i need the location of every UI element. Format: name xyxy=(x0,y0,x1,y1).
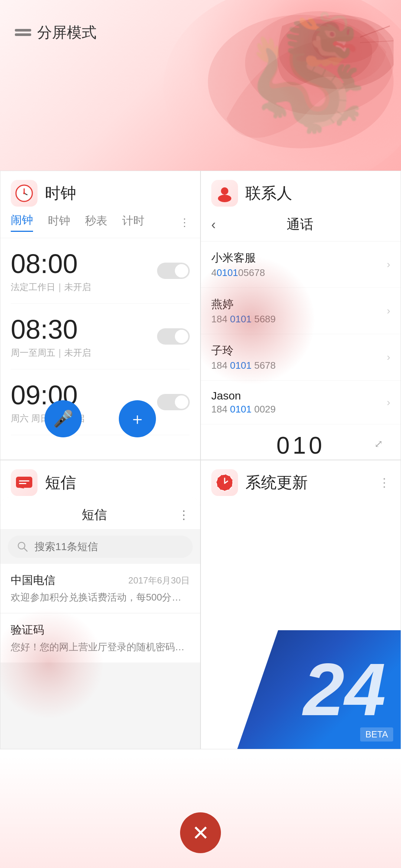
contact-phone-0: 4010105678 xyxy=(211,267,265,279)
svg-rect-14 xyxy=(19,480,29,481)
chevron-icon-3: › xyxy=(387,397,390,408)
alarm-item-1: 08:30 周一至周五｜未开启 xyxy=(11,304,190,369)
clock-header: 时钟 xyxy=(0,171,200,213)
split-screen-label: 分屏模式 xyxy=(37,22,97,43)
chevron-icon-2: › xyxy=(387,351,390,363)
contact-item-1[interactable]: 燕婷 184 0101 5689 › xyxy=(201,288,401,334)
sms-title: 短信 xyxy=(45,472,76,493)
clock-tabs: 闹钟 时钟 秒表 计时 ⋮ xyxy=(0,213,200,238)
chevron-icon-0: › xyxy=(387,259,390,270)
clock-panel: 时钟 闹钟 时钟 秒表 计时 ⋮ 08:00 法定工作日｜未开启 08:30 周… xyxy=(0,171,200,460)
sms-sender-0: 中国电信 xyxy=(11,573,55,588)
sms-message-0[interactable]: 中国电信 2017年6月30日 欢迎参加积分兑换话费活动，每500分可兑换话费5… xyxy=(0,564,200,613)
expand-icon[interactable]: ⤢ xyxy=(374,438,386,450)
dialer-overlay: ‹ 通话 小米客服 4010105678 › 燕婷 184 0101 5689 xyxy=(201,208,401,460)
tab-clock[interactable]: 时钟 xyxy=(48,213,70,231)
svg-rect-15 xyxy=(19,483,26,484)
alarm-time-0: 08:00 xyxy=(11,249,157,279)
contact-name-2: 子玲 xyxy=(211,343,276,358)
chevron-icon-1: › xyxy=(387,305,390,317)
alarm-time-1: 08:30 xyxy=(11,314,157,345)
svg-point-11 xyxy=(218,195,231,202)
alarm-info-0: 08:00 法定工作日｜未开启 xyxy=(11,249,157,293)
dialer-title: 通话 xyxy=(223,216,377,234)
sms-search-bar[interactable] xyxy=(8,536,193,558)
sysupdate-title: 系统更新 xyxy=(245,472,308,493)
svg-point-3 xyxy=(312,19,379,63)
alarm-desc-1: 周一至周五｜未开启 xyxy=(11,347,157,359)
sms-more-icon[interactable]: ⋮ xyxy=(178,508,190,522)
sms-search-input[interactable] xyxy=(35,541,184,553)
contact-name-1: 燕婷 xyxy=(211,297,276,312)
tab-stopwatch[interactable]: 秒表 xyxy=(85,213,107,231)
contact-details-3: Jason 184 0101 0029 xyxy=(211,389,276,415)
contact-list: 小米客服 4010105678 › 燕婷 184 0101 5689 › 子玲 xyxy=(201,241,401,424)
contacts-panel: 联系人 ‹ 通话 小米客服 4010105678 › 燕婷 xyxy=(200,171,401,460)
search-icon xyxy=(17,541,29,553)
dragon-svg xyxy=(152,7,394,178)
contacts-title: 联系人 xyxy=(245,183,292,204)
sms-overlay-title: 短信 xyxy=(11,506,178,523)
svg-line-17 xyxy=(24,548,27,551)
dial-digits: 010 xyxy=(277,432,325,459)
contact-details-1: 燕婷 184 0101 5689 xyxy=(211,297,276,325)
svg-point-10 xyxy=(221,187,228,195)
tab-timer[interactable]: 计时 xyxy=(122,213,144,231)
contacts-header: 联系人 xyxy=(201,171,401,213)
phone-highlight-1: 0101 xyxy=(230,313,252,325)
phone-highlight-2: 0101 xyxy=(230,360,252,371)
phone-highlight-3: 0101 xyxy=(230,404,252,415)
add-alarm-button[interactable]: ＋ xyxy=(119,400,156,437)
contact-phone-2: 184 0101 5678 xyxy=(211,360,276,371)
back-arrow-icon[interactable]: ‹ xyxy=(211,217,216,233)
alarm-item-0: 08:00 法定工作日｜未开启 xyxy=(11,238,190,304)
sms-message-1[interactable]: 验证码 您好！您的网上营业厅登录的随机密码为：710679。有… xyxy=(0,614,200,662)
sysupdate-panel: 系统更新 ⋮ 24 BETA xyxy=(200,460,401,749)
svg-rect-12 xyxy=(16,477,32,488)
version-number: 24 xyxy=(303,652,386,727)
alarm-info-1: 08:30 周一至周五｜未开启 xyxy=(11,314,157,359)
voice-button[interactable]: 🎤 xyxy=(45,400,82,437)
contact-details-2: 子玲 184 0101 5678 xyxy=(211,343,276,371)
alarm-desc-0: 法定工作日｜未开启 xyxy=(11,281,157,293)
sms-preview-1: 您好！您的网上营业厅登录的随机密码为：710679。有… xyxy=(11,641,190,654)
dialer-header: ‹ 通话 xyxy=(201,208,401,241)
sysupdate-app-icon xyxy=(211,469,238,496)
contact-item-2[interactable]: 子玲 184 0101 5678 › xyxy=(201,334,401,381)
svg-point-2 xyxy=(278,15,394,89)
svg-point-1 xyxy=(245,11,394,115)
sysupdate-bg-shape: 24 BETA xyxy=(237,630,401,749)
app-grid: 时钟 闹钟 时钟 秒表 计时 ⋮ 08:00 法定工作日｜未开启 08:30 周… xyxy=(0,171,401,749)
svg-point-9 xyxy=(23,193,25,194)
clock-app-icon xyxy=(11,180,38,207)
split-screen-icon xyxy=(15,29,31,36)
sysupdate-more-icon[interactable]: ⋮ xyxy=(378,476,390,490)
contact-details-0: 小米客服 4010105678 xyxy=(211,250,265,279)
sms-preview-0: 欢迎参加积分兑换话费活动，每500分可兑换话费5元，兑换话费请回复106或jfd… xyxy=(11,591,190,604)
contact-name-0: 小米客服 xyxy=(211,250,265,266)
clock-bottom-buttons: 🎤 ＋ xyxy=(0,400,200,437)
tab-alarm[interactable]: 闹钟 xyxy=(11,213,33,232)
alarm-toggle-1[interactable] xyxy=(157,328,190,345)
sysupdate-header: 系统更新 ⋮ xyxy=(201,460,401,502)
contact-phone-3: 184 0101 0029 xyxy=(211,404,276,415)
sms-date-0: 2017年6月30日 xyxy=(128,575,190,586)
contacts-app-icon xyxy=(211,180,238,207)
dial-input-display: 010 ⤢ xyxy=(201,424,401,460)
sms-header: 短信 xyxy=(0,460,200,502)
contact-name-3: Jason xyxy=(211,389,276,402)
sms-overlay: 短信 ⋮ 中国电信 2017年6月30日 欢迎参加积分兑换话费活动，每500分可… xyxy=(0,497,200,749)
clock-title: 时钟 xyxy=(45,183,76,204)
contact-phone-1: 184 0101 5689 xyxy=(211,313,276,325)
beta-badge: BETA xyxy=(360,727,393,742)
close-overlay-button[interactable]: ✕ xyxy=(180,812,221,853)
contact-item-3[interactable]: Jason 184 0101 0029 › xyxy=(201,381,401,424)
more-options-icon[interactable]: ⋮ xyxy=(179,216,190,228)
sms-overlay-header: 短信 ⋮ xyxy=(0,497,200,530)
phone-highlight-0: 0101 xyxy=(216,267,238,278)
split-screen-bar: 分屏模式 xyxy=(15,22,97,43)
alarm-toggle-0[interactable] xyxy=(157,263,190,279)
sms-app-icon xyxy=(11,469,38,496)
contact-item-0[interactable]: 小米客服 4010105678 › xyxy=(201,241,401,288)
sms-panel: 短信 短信 ⋮ 中国电信 2017年6月30日 欢迎参加积分兑换话费活动，每 xyxy=(0,460,200,749)
